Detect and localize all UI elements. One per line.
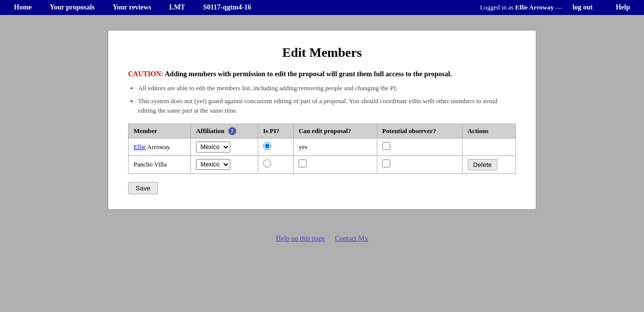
table-header-row: Member Affiliation ? Is PI? Can edit pro… [129,124,516,138]
can-edit-cell-2 [294,156,377,173]
affiliation-select-1[interactable]: Mexico [196,142,230,153]
affiliation-select-2[interactable]: Mexico [196,159,230,170]
delete-button[interactable]: Delete [468,159,497,170]
help-on-this-page-link[interactable]: Help on this page [276,235,325,243]
actions-cell-1 [462,138,515,156]
nav-help[interactable]: Help [607,3,639,11]
logout-link[interactable]: log out [563,3,602,11]
logged-in-text: Logged in as Ellie Arroway — log out [475,3,607,11]
bullet-1: All editors are able to edit the members… [138,83,516,93]
nav-home[interactable]: Home [5,3,41,11]
col-member: Member [129,124,191,138]
page-title: Edit Members [128,45,516,60]
bullet-2: This system does not (yet) guard against… [138,96,516,116]
affiliation-help-icon[interactable]: ? [228,127,236,135]
nav-proposals[interactable]: Your proposals [41,3,104,11]
nav-reviews[interactable]: Your reviews [104,3,161,11]
save-button[interactable]: Save [128,182,158,194]
caution-block: CAUTION: Adding members with permission … [128,70,516,116]
potential-observer-checkbox-2[interactable] [382,159,390,167]
is-pi-cell-2 [258,156,294,173]
is-pi-cell-1 [258,138,294,156]
potential-observer-cell-2 [377,156,462,173]
col-actions: Actions [462,124,515,138]
col-is-pi: Is PI? [258,124,294,138]
footer: Help on this page Contact Mx [0,235,644,243]
bullet-list: All editors are able to edit the members… [138,83,516,116]
affiliation-cell-2: Mexico [191,156,258,173]
actions-cell-2: Delete [462,156,515,173]
can-edit-cell-1: yes [294,138,377,156]
table-row: Ellie Arroway Mexico yes [129,138,516,156]
affiliation-cell-1: Mexico [191,138,258,156]
potential-observer-checkbox-1[interactable] [382,142,390,150]
table-row: Pancho Villa Mexico [129,156,516,173]
page-wrap: Edit Members CAUTION: Adding members wit… [0,15,644,225]
navbar: Home Your proposals Your reviews LMT S01… [0,0,644,15]
potential-observer-cell-1 [377,138,462,156]
contact-link[interactable]: Contact Mx [335,235,368,243]
col-potential-observer: Potential observer? [377,124,462,138]
logged-in-user: Ellie Arroway [515,3,553,11]
member-name-cell: Ellie Arroway [129,138,191,156]
col-can-edit: Can edit proposal? [294,124,377,138]
main-card: Edit Members CAUTION: Adding members wit… [108,30,536,210]
members-table: Member Affiliation ? Is PI? Can edit pro… [128,124,516,174]
is-pi-radio-1[interactable] [263,142,271,150]
can-edit-yes-text: yes [299,143,307,151]
caution-text: Adding members with permission to edit t… [163,70,452,78]
caution-label: CAUTION: [128,70,163,78]
can-edit-checkbox-2[interactable] [299,159,307,167]
member-name-cell-2: Pancho Villa [129,156,191,173]
is-pi-radio-2[interactable] [263,159,271,167]
nav-lmt[interactable]: LMT [161,3,194,11]
member-name-link-ellie[interactable]: Ellie [134,143,146,151]
col-affiliation: Affiliation ? [191,124,258,138]
nav-proposal-id[interactable]: S0117-qgtm4-16 [194,3,260,11]
